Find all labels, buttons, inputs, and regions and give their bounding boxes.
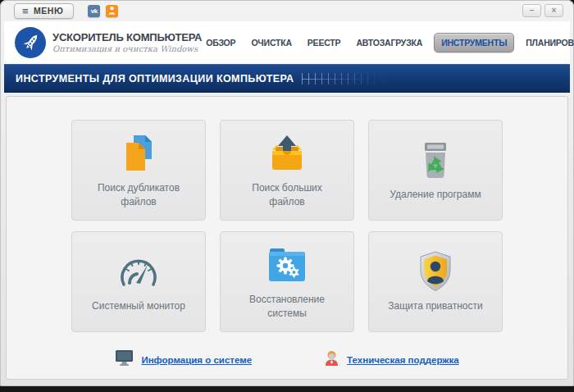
title-bar: ≡ МЕНЮ vk – × xyxy=(4,0,570,21)
privacy-protection-icon xyxy=(417,249,453,294)
tab-scheduler[interactable]: ПЛАНИРОВЩИК xyxy=(522,33,574,52)
app-subtitle: Оптимизация и очистка Windows xyxy=(52,44,202,53)
tool-card-label: Защита приватности xyxy=(388,299,482,313)
tool-card-label: Системный монитор xyxy=(92,299,185,313)
tab-autostart[interactable]: АВТОЗАГРУЗКА xyxy=(352,33,426,52)
close-button[interactable]: × xyxy=(544,4,563,17)
duplicate-files-icon xyxy=(120,131,157,175)
tool-card-label: Поиск дубликатов файлов xyxy=(84,181,193,210)
hamburger-icon: ≡ xyxy=(22,6,29,16)
tab-tools[interactable]: ИНСТРУМЕНТЫ xyxy=(434,33,514,52)
system-info-link[interactable]: Информация о системе xyxy=(115,349,252,370)
vk-icon[interactable]: vk xyxy=(88,5,100,17)
tool-card-label: Поиск больших файлов xyxy=(233,181,341,210)
ruler-ticks-decoration xyxy=(302,73,388,84)
social-buttons: vk xyxy=(88,5,118,17)
uninstall-programs-icon xyxy=(418,138,453,182)
tool-card-privacy-protection[interactable]: Защита приватности xyxy=(368,231,503,332)
support-link-label[interactable]: Техническая поддержка xyxy=(347,355,458,365)
odnoklassniki-icon[interactable] xyxy=(106,5,118,17)
tab-overview[interactable]: ОБЗОР xyxy=(202,33,239,52)
tools-grid: Поиск дубликатов файлов Поиск больших фа… xyxy=(71,120,503,332)
tool-card-label: Удаление программ xyxy=(390,188,481,202)
system-monitor-icon xyxy=(117,249,160,294)
tool-card-uninstall-programs[interactable]: Удаление программ xyxy=(368,120,503,221)
app-window: ≡ МЕНЮ vk – × xyxy=(0,0,574,386)
tool-card-large-files[interactable]: Поиск больших файлов xyxy=(220,120,354,221)
section-banner: ИНСТРУМЕНТЫ ДЛЯ ОПТИМИЗАЦИИ КОМПЬЮТЕРА xyxy=(4,64,570,93)
window-controls: – × xyxy=(522,4,563,17)
tool-card-system-restore[interactable]: Восстановление системы xyxy=(220,231,354,332)
footer-links: Информация о системе Техническая поддерж… xyxy=(115,349,458,370)
tools-panel: Поиск дубликатов файлов Поиск больших фа… xyxy=(6,96,568,380)
minimize-button[interactable]: – xyxy=(522,4,541,17)
app-title: УСКОРИТЕЛЬ КОМПЬЮТЕРА xyxy=(52,32,202,43)
tool-card-duplicate-files[interactable]: Поиск дубликатов файлов xyxy=(71,120,206,221)
large-files-icon xyxy=(266,131,308,175)
system-info-link-label[interactable]: Информация о системе xyxy=(141,355,252,365)
rocket-logo-icon xyxy=(15,27,46,58)
menu-button[interactable]: ≡ МЕНЮ xyxy=(14,3,74,19)
support-icon xyxy=(324,349,339,370)
system-restore-icon xyxy=(266,243,308,287)
tool-card-system-monitor[interactable]: Системный монитор xyxy=(71,231,206,332)
tool-card-label: Восстановление системы xyxy=(233,293,341,321)
app-header: УСКОРИТЕЛЬ КОМПЬЮТЕРА Оптимизация и очис… xyxy=(4,21,570,64)
main-nav: ОБЗОР ОЧИСТКА РЕЕСТР АВТОЗАГРУЗКА ИНСТРУ… xyxy=(202,33,574,52)
section-title: ИНСТРУМЕНТЫ ДЛЯ ОПТИМИЗАЦИИ КОМПЬЮТЕРА xyxy=(16,73,294,84)
tab-registry[interactable]: РЕЕСТР xyxy=(303,33,345,52)
support-link[interactable]: Техническая поддержка xyxy=(324,349,458,370)
system-info-icon xyxy=(115,349,134,370)
tab-cleanup[interactable]: ОЧИСТКА xyxy=(247,33,295,52)
brand: УСКОРИТЕЛЬ КОМПЬЮТЕРА Оптимизация и очис… xyxy=(52,32,202,53)
menu-button-label: МЕНЮ xyxy=(34,6,63,16)
